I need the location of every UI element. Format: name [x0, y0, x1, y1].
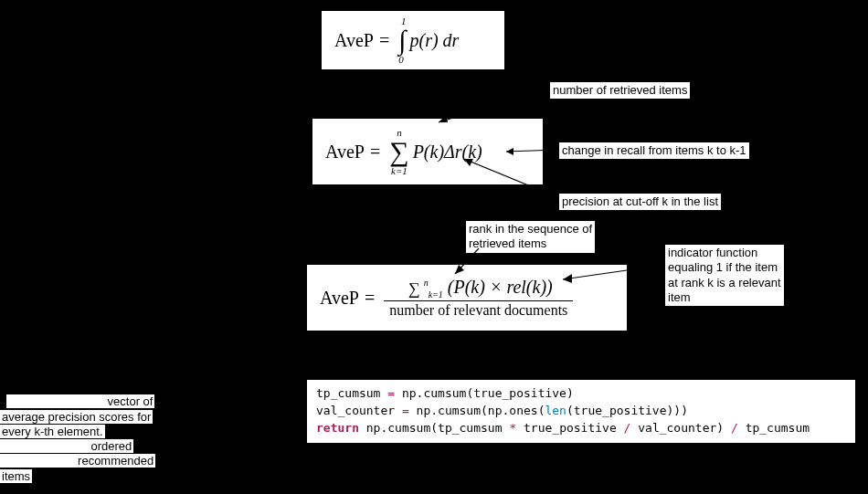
integral-symbol: ∫: [398, 26, 406, 54]
hid-2: average precision scores for: [0, 410, 153, 424]
left-hidden-text: vector of average precision scores for e…: [0, 380, 256, 484]
integral-op: 1 ∫ 0: [398, 16, 406, 65]
fraction: ∑ nk=1 (P(k) × rel(k)) number of relevan…: [384, 276, 573, 320]
annotation-indicator: indicator function equaling 1 if the ite…: [665, 245, 784, 306]
sum-top-3: n: [424, 278, 429, 288]
hid-5: recommended: [0, 454, 155, 468]
fraction-numerator: ∑ nk=1 (P(k) × rel(k)): [399, 276, 558, 300]
int-bot: 0: [398, 54, 404, 65]
sum-bot-3: k=1: [429, 289, 443, 300]
sum-body: P(k)Δr(k): [413, 142, 482, 163]
equals: =: [379, 30, 389, 51]
formula-integral: AveP = 1 ∫ 0 p(r) dr: [322, 11, 504, 69]
fraction-denominator: number of relevant documents: [384, 301, 573, 320]
sum-op: n ∑ k=1: [389, 127, 408, 176]
equals-2: =: [370, 142, 380, 163]
integral-body: p(r) dr: [409, 30, 459, 51]
hid-1: vector of: [6, 394, 154, 408]
svg-line-0: [439, 88, 550, 122]
equals-3: =: [365, 288, 375, 309]
num-rest: (P(k) × rel(k)): [448, 277, 553, 297]
hid-3: every k-th element.: [0, 425, 105, 438]
formula-fraction: AveP = ∑ nk=1 (P(k) × rel(k)) number of …: [307, 265, 627, 331]
formula-sum: AveP = n ∑ k=1 P(k)Δr(k): [312, 119, 543, 184]
code-line-3: return np.cumsum(tp_cumsum * true_positi…: [316, 421, 810, 435]
avep-label-3: AveP: [320, 288, 359, 309]
code-block: tp_cumsum = np.cumsum(true_positive) val…: [307, 380, 855, 443]
sigma-symbol-3: ∑: [408, 280, 420, 297]
hid-6: items: [0, 469, 32, 483]
avep-label: AveP: [334, 30, 374, 51]
code-line-2: val_counter = np.cumsum(np.ones(len(true…: [316, 404, 688, 417]
avep-label-2: AveP: [325, 142, 365, 163]
hid-4: ordered: [0, 439, 133, 453]
annotation-rank: rank in the sequence of retrieved items: [466, 221, 595, 253]
code-line-1: tp_cumsum = np.cumsum(true_positive): [316, 386, 574, 400]
annotation-precision-k: precision at cut-off k in the list: [559, 194, 721, 210]
sigma-symbol: ∑: [389, 138, 408, 165]
annotation-n-retrieved: number of retrieved items: [550, 82, 690, 99]
annotation-delta-recall: change in recall from items k to k-1: [559, 142, 749, 159]
sum-op-3: ∑: [408, 280, 420, 297]
sum-bot: k=1: [391, 165, 408, 176]
